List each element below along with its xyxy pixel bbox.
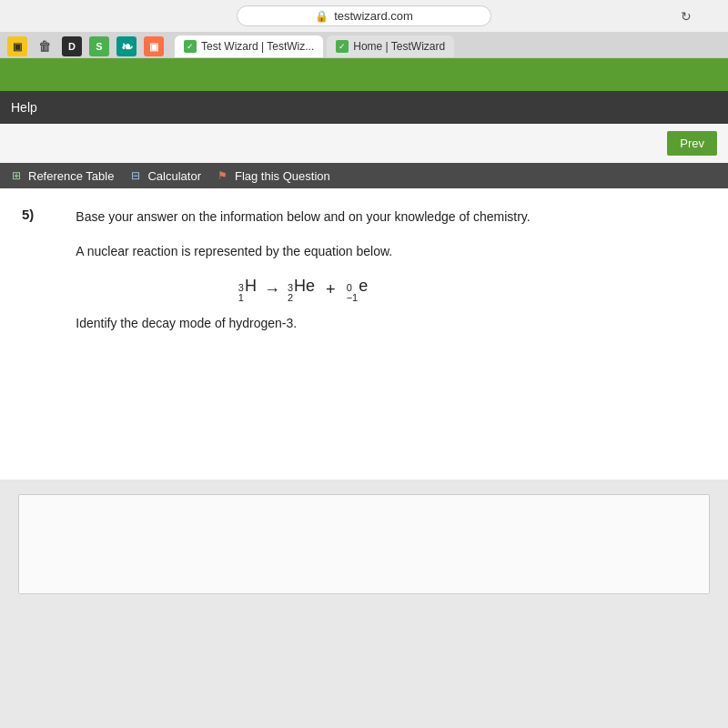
browser-icons: ▣ 🗑 D S ❧ ▣ — [7, 36, 164, 56]
product1-scripts: 3 2 — [288, 283, 293, 303]
equation-block: A nuclear reaction is represented by the… — [76, 241, 530, 302]
flag-question-button[interactable]: ⚑ Flag this Question — [216, 168, 330, 183]
answer-textarea[interactable] — [19, 495, 709, 593]
ext-icon-5[interactable]: ❧ — [116, 36, 136, 56]
prev-area: Prev — [0, 124, 728, 163]
ext-icon-2[interactable]: 🗑 — [35, 36, 55, 56]
reactant-symbol: H — [245, 277, 257, 296]
nuclear-equation: 3 1 H → 3 2 He + — [76, 277, 530, 303]
tab-bar: ▣ 🗑 D S ❧ ▣ Test Wizard | TestWiz... Hom… — [0, 32, 728, 57]
ext-icon-4[interactable]: S — [89, 36, 109, 56]
tab-2-icon — [336, 40, 349, 53]
product2-nuclide: 0 −1 e — [347, 277, 369, 303]
question-number: 5) — [22, 207, 34, 222]
product2-symbol: e — [359, 277, 368, 296]
nav-bar: Help — [0, 91, 728, 124]
green-toolbar — [0, 58, 728, 91]
lock-icon: 🔒 — [315, 10, 329, 23]
reactant-nuclide: 3 1 H — [238, 277, 257, 303]
calculator-label: Calculator — [147, 169, 201, 183]
ext-icon-6[interactable]: ▣ — [144, 36, 164, 56]
tab-1[interactable]: Test Wizard | TestWiz... — [175, 35, 323, 57]
tab-2[interactable]: Home | TestWizard — [327, 35, 454, 57]
reference-table-button[interactable]: ⊞ Reference Table — [9, 168, 114, 183]
flag-icon: ⚑ — [216, 168, 230, 183]
help-label[interactable]: Help — [11, 100, 37, 115]
browser-chrome: 🔒 testwizard.com ↻ ▣ 🗑 D S ❧ ▣ Test Wiza… — [0, 0, 728, 58]
tab-2-label: Home | TestWizard — [353, 40, 445, 53]
plus-sign: + — [326, 280, 336, 299]
calculator-icon: ⊟ — [128, 168, 143, 183]
bottom-area — [0, 609, 728, 728]
address-bar: 🔒 testwizard.com ↻ — [0, 0, 728, 32]
reference-table-icon: ⊞ — [9, 168, 24, 183]
reference-table-label: Reference Table — [28, 169, 114, 183]
calculator-button[interactable]: ⊟ Calculator — [128, 168, 201, 183]
equation-intro: A nuclear reaction is represented by the… — [76, 241, 530, 261]
reactant-atomic: 1 — [238, 293, 244, 303]
url-display: testwizard.com — [334, 9, 413, 23]
identify-text: Identify the decay mode of hydrogen-3. — [76, 316, 530, 330]
product2-atomic: −1 — [347, 293, 359, 303]
arrow: → — [264, 280, 280, 299]
refresh-icon[interactable]: ↻ — [681, 9, 692, 24]
flag-label: Flag this Question — [235, 169, 330, 183]
question-content: 5) Base your answer on the information b… — [0, 188, 728, 480]
tab-1-icon — [184, 40, 197, 53]
product1-atomic: 2 — [288, 293, 293, 303]
prev-button[interactable]: Prev — [667, 131, 717, 156]
question-toolbar: ⊞ Reference Table ⊟ Calculator ⚑ Flag th… — [0, 163, 728, 188]
question-intro: Base your answer on the information belo… — [76, 207, 530, 227]
question-body: Base your answer on the information belo… — [76, 207, 530, 330]
product1-symbol: He — [294, 277, 315, 296]
address-bar-content[interactable]: 🔒 testwizard.com — [237, 5, 491, 26]
answer-box[interactable] — [18, 494, 710, 594]
tab-1-label: Test Wizard | TestWiz... — [201, 40, 314, 53]
reactant-scripts: 3 1 — [238, 283, 244, 303]
ext-icon-3[interactable]: D — [62, 36, 82, 56]
ext-icon-1[interactable]: ▣ — [7, 36, 27, 56]
product1-nuclide: 3 2 He — [288, 277, 315, 303]
product2-scripts: 0 −1 — [347, 283, 359, 303]
